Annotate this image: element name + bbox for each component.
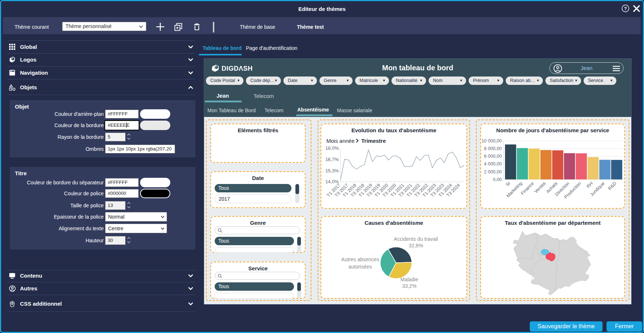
svg-text:4 000,00: 4 000,00 [484,161,502,166]
svg-text:autorisées: autorisées [349,264,372,270]
svg-text:Finance: Finance [520,181,535,196]
svg-text:18,0%: 18,0% [325,145,339,151]
svg-text:8 000,00: 8 000,00 [484,146,502,151]
svg-text:SI: SI [505,181,511,187]
svg-text:Autres absences: Autres absences [341,256,379,262]
svg-text:CSS: CSS [11,301,14,302]
svg-text:2 000,00: 2 000,00 [484,169,502,175]
svg-text:Maladie: Maladie [400,277,418,282]
svg-text:Trimestre: Trimestre [361,138,386,144]
svg-text:0,00: 0,00 [493,177,502,182]
svg-text:Ventes: Ventes [533,181,547,194]
svg-text:10 000,00: 10 000,00 [481,138,502,144]
svg-text:33,2%: 33,2% [402,283,417,289]
svg-text:?: ? [624,6,627,11]
svg-text:15,3%: 15,3% [325,168,339,173]
svg-text:6 000,00: 6 000,00 [484,154,502,159]
svg-text:16,7%: 16,7% [325,157,339,162]
svg-text:RH: RH [586,181,594,189]
svg-text:Accidents du travail: Accidents du travail [394,236,438,242]
svg-text:Mois année: Mois année [326,138,355,144]
svg-text:32,8%: 32,8% [409,243,423,248]
svg-text:R&D: R&D [607,181,617,191]
